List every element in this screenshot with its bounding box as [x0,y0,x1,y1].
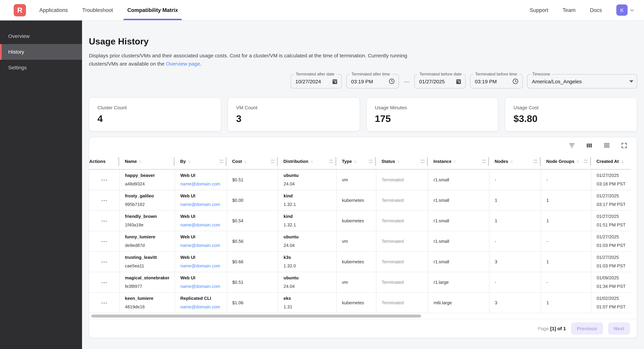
column-header-by[interactable]: By↑↓ [175,154,227,169]
terminated-after-time-field[interactable]: Terminated after time 03:19 PM [346,74,399,88]
next-button[interactable]: Next [608,322,630,335]
column-resize-handle[interactable] [375,157,376,166]
row-actions-button[interactable] [100,280,109,285]
sort-icon[interactable]: ↑↓ [188,159,190,164]
clock-icon[interactable] [509,78,519,85]
nav-link-team[interactable]: Team [563,7,576,13]
tab-troubleshoot[interactable]: Troubleshoot [75,0,120,20]
sort-icon[interactable]: ↑↓ [453,159,456,164]
row-actions-button[interactable] [100,218,109,224]
timezone-select[interactable]: Timezone America/Los_Angeles [527,74,637,88]
by-cell: Web UI name@domain.com [175,210,227,231]
nodes-cell: - [489,169,541,190]
column-resize-handle[interactable] [118,157,119,166]
avatar[interactable]: K [616,4,628,16]
sort-icon[interactable]: ↑↓ [354,159,356,164]
terminated-before-date-field[interactable]: Terminated before date 01/27/2025 [414,74,466,88]
created-by-email-link[interactable]: name@domain.com [180,180,224,188]
column-header-name[interactable]: Name↑↓ [119,154,175,169]
column-drag-handle[interactable] [534,160,537,163]
created-by-email-link[interactable]: name@domain.com [180,241,224,250]
user-menu[interactable]: K [616,4,635,16]
column-resize-handle[interactable] [540,157,541,166]
column-resize-handle[interactable] [590,157,591,166]
stat-cards: Cluster Count 4 VM Count 3 Usage Minutes… [89,97,637,131]
columns-icon[interactable] [586,142,593,149]
previous-button[interactable]: Previous [571,322,603,335]
created-by-email-link[interactable]: name@domain.com [180,221,224,229]
row-actions-button[interactable] [100,178,109,183]
type-cell: vm [336,272,376,292]
stat-label: Usage Minutes [375,105,490,110]
fullscreen-icon[interactable] [621,142,628,149]
calendar-icon[interactable] [452,78,462,84]
filter-icon[interactable] [568,142,575,149]
column-drag-handle[interactable] [220,160,223,163]
row-actions-button[interactable] [100,259,109,265]
horizontal-scrollbar-thumb[interactable] [91,314,421,318]
column-resize-handle[interactable] [277,157,278,166]
sort-icon[interactable]: ↑↓ [244,159,246,164]
column-header-distribution[interactable]: Distribution↑↓ [278,154,336,169]
nav-link-docs[interactable]: Docs [590,7,602,13]
column-resize-handle[interactable] [488,157,489,166]
row-actions-button[interactable] [100,198,109,203]
by-cell: Web UI name@domain.com [175,231,227,251]
column-header-type[interactable]: Type↑↓ [336,154,376,169]
sort-icon[interactable]: ↑↓ [510,159,512,164]
column-drag-handle[interactable] [329,160,333,163]
column-resize-handle[interactable] [174,157,175,166]
column-header-node-groups[interactable]: Node Groups↑↓ [541,154,591,169]
column-header-status[interactable]: Status↑↓ [376,154,428,169]
distribution-version: 1.32.1 [284,200,334,209]
node-groups-cell: 1 [541,292,591,313]
density-icon[interactable] [603,142,610,149]
column-resize-handle[interactable] [335,157,336,166]
stat-value: 3 [236,113,352,124]
sidebar-item-settings[interactable]: Settings [0,60,82,75]
created-by-email-link[interactable]: name@domain.com [180,303,224,311]
created-by-email-link[interactable]: name@domain.com [180,200,224,209]
column-header-cost[interactable]: Cost↑↓ [227,154,278,169]
sort-icon[interactable]: ↑↓ [310,159,312,164]
created-by-email-link[interactable]: name@domain.com [180,282,224,291]
sort-icon[interactable]: ↑↓ [397,159,399,164]
created-by-email-link[interactable]: name@domain.com [180,262,224,270]
cost-cell: $0.54 [227,210,278,231]
column-resize-handle[interactable] [226,157,227,166]
overview-page-link[interactable]: Overview page [166,61,200,67]
terminated-after-date-field[interactable]: Terminated after date 10/27/2024 [290,74,342,88]
column-resize-handle[interactable] [427,157,428,166]
sidebar-item-history[interactable]: History [0,44,82,60]
row-actions-button[interactable] [100,300,109,306]
column-drag-handle[interactable] [482,160,486,163]
column-header-created-at[interactable]: Created At↓ [591,154,631,169]
column-drag-handle[interactable] [421,160,424,163]
calendar-icon[interactable] [329,78,338,84]
column-drag-handle[interactable] [369,160,372,163]
column-drag-handle[interactable] [271,160,274,163]
filter-range-separator: — [404,78,409,84]
row-actions-button[interactable] [100,239,109,244]
column-header-nodes[interactable]: Nodes↑↓ [489,154,541,169]
sort-desc-icon[interactable]: ↓ [621,158,624,164]
sidebar-item-overview[interactable]: Overview [0,28,82,44]
sort-icon[interactable]: ↑↓ [576,159,578,164]
tab-applications[interactable]: Applications [32,0,75,20]
cluster-id: 4819de16 [125,303,172,311]
chevron-down-icon[interactable] [629,7,635,13]
nav-link-support[interactable]: Support [530,7,548,13]
dropdown-caret-icon[interactable] [626,80,634,82]
replicated-logo[interactable]: R [14,4,26,16]
column-header-instance[interactable]: Instance↑↓ [428,154,489,169]
sort-icon[interactable]: ↑↓ [138,159,141,164]
cluster-id: 995b7182 [125,200,172,209]
distribution-name: ubuntu [284,274,334,282]
column-drag-handle[interactable] [584,160,588,163]
tab-compatibility-matrix[interactable]: Compatibility Matrix [120,0,185,20]
table-header-row: Actions Name↑↓ By↑↓ [89,154,631,169]
cluster-name: happy_beaver [125,171,172,180]
clock-icon[interactable] [386,78,395,85]
usage-history-page: R Applications Troubleshoot Compatibilit… [0,0,644,349]
terminated-before-time-field[interactable]: Terminated before time 03:19 PM [470,74,523,88]
